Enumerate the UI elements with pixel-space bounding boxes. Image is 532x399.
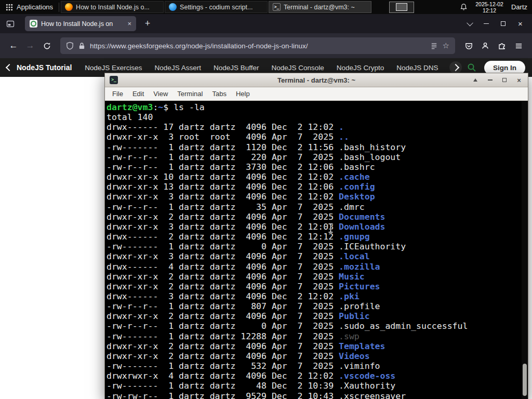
nav-link[interactable]: NodeJS Crypto — [337, 64, 384, 72]
terminal-line: drwxr-xr-x 2 dartz dartz 4096 Apr 7 2025… — [107, 311, 528, 321]
tab-title: How to Install Node.js on — [41, 20, 123, 28]
new-tab-button[interactable]: + — [140, 17, 155, 31]
nav-link[interactable]: NodeJS Assert — [155, 64, 201, 72]
nav-prev-chevron-icon[interactable] — [6, 64, 13, 71]
nav-next-button[interactable] — [449, 61, 462, 74]
terminal-line: -rw-r--r-- 1 dartz dartz 807 Apr 7 2025 … — [107, 301, 528, 311]
back-button[interactable]: ← — [5, 37, 22, 54]
terminal-scrollbar[interactable] — [522, 101, 528, 399]
shield-icon[interactable] — [66, 42, 74, 50]
extensions-puzzle-icon — [498, 42, 506, 50]
clock[interactable]: 2025-12-02 12:12 — [475, 1, 503, 14]
applications-menu[interactable]: Applications — [0, 0, 59, 14]
taskbar-button[interactable]: >_Terminal - dartz@vm3: ~ — [269, 1, 371, 13]
navigation-toolbar: ← → https://www.geeksforgeeks.org/node-j… — [0, 33, 532, 58]
terminal-line: drwxr-xr-x 2 dartz dartz 4096 Apr 7 2025… — [107, 341, 528, 351]
firefox-view-icon[interactable] — [3, 17, 18, 31]
terminal-minimize-button[interactable] — [486, 76, 494, 84]
panel-separator — [59, 3, 59, 12]
browser-close-button[interactable]: × — [512, 17, 529, 31]
maximize-icon — [501, 21, 506, 26]
applications-icon — [6, 4, 13, 11]
terminal-titlebar[interactable]: >_ Terminal - dartz@vm3: ~ × — [105, 73, 528, 87]
tab-favicon-icon — [30, 20, 37, 28]
terminal-line: drwx------ 3 dartz dartz 4096 Dec 2 12:0… — [107, 291, 528, 301]
tab-bar: How to Install Node.js on × + × — [0, 14, 532, 33]
terminal-menubar: FileEditViewTerminalTabsHelp — [105, 87, 528, 101]
terminal-line: -rw------- 1 dartz dartz 12288 Apr 7 202… — [107, 331, 528, 341]
workspace-window-thumbnail — [396, 3, 407, 11]
menu-terminal[interactable]: Terminal — [172, 87, 207, 100]
terminal-maximize-button[interactable] — [500, 76, 509, 84]
nav-link[interactable]: NodeJS DNS — [396, 64, 438, 72]
nav-link-active[interactable]: NodeJS Tutorial — [17, 63, 72, 72]
terminal-line: drwxr-xr-x 3 dartz dartz 4096 Dec 2 12:0… — [107, 222, 528, 232]
panel-status-area: 2025-12-02 12:12 Dartz — [460, 1, 532, 14]
terminal-line: drwxr-xr-x 2 dartz dartz 4096 Apr 7 2025… — [107, 282, 528, 291]
account-icon — [481, 42, 489, 50]
account-button[interactable] — [477, 37, 494, 54]
gfg-nav-links: NodeJS ExercisesNodeJS AssertNodeJS Buff… — [85, 64, 446, 72]
pocket-button[interactable] — [460, 37, 477, 54]
terminal-line: drwxr-xr-x 3 root root 4096 Apr 7 2025 .… — [107, 132, 528, 142]
tab-close-icon[interactable]: × — [126, 20, 131, 28]
maximize-icon — [502, 78, 507, 82]
taskbar-button-label: How to Install Node.js o... — [76, 4, 150, 11]
terminal-close-button[interactable]: × — [515, 76, 523, 84]
taskbar-button-label: Terminal - dartz@vm3: ~ — [284, 4, 355, 11]
taskbar-button[interactable]: Settings - codium script... — [165, 1, 268, 13]
terminal-window: >_ Terminal - dartz@vm3: ~ × FileEditVie… — [104, 73, 528, 399]
url-bar[interactable]: https://www.geeksforgeeks.org/node-js/in… — [60, 37, 455, 54]
terminal-line: drwx------ 4 dartz dartz 4096 Apr 7 2025… — [107, 262, 528, 272]
top-panel: Applications How to Install Node.js o...… — [0, 0, 532, 14]
nav-link[interactable]: NodeJS Exercises — [85, 64, 142, 72]
notification-bell-icon[interactable] — [460, 3, 468, 11]
terminal-line: -rw------- 1 dartz dartz 1120 Dec 2 11:5… — [107, 142, 528, 152]
user-menu[interactable]: Dartz — [511, 3, 527, 11]
terminal-line: -rw-rw-r-- 1 dartz dartz 9529 Dec 2 10:4… — [107, 391, 528, 399]
workspace-switcher[interactable] — [389, 2, 414, 13]
nav-link[interactable]: NodeJS Console — [271, 64, 324, 72]
terminal-line: drwxr-xr-x 13 dartz dartz 4096 Dec 2 12:… — [107, 182, 528, 192]
nav-link[interactable]: NodeJS Buffer — [214, 64, 259, 72]
search-icon[interactable] — [467, 63, 476, 72]
terminal-line: -rw------- 1 dartz dartz 532 Apr 7 2025 … — [107, 361, 528, 371]
terminal-screen[interactable]: dartz@vm3:~$ ls -latotal 140drwx------ 1… — [105, 101, 528, 399]
menu-file[interactable]: File — [108, 87, 128, 100]
forward-button[interactable]: → — [22, 37, 38, 54]
browser-tab[interactable]: How to Install Node.js on × — [25, 16, 136, 31]
terminal-line: -rw-r--r-- 1 dartz dartz 3730 Dec 2 12:0… — [107, 162, 528, 172]
clock-date: 2025-12-02 — [475, 1, 503, 7]
terminal-line: -rw-r--r-- 1 dartz dartz 220 Apr 7 2025 … — [107, 152, 528, 162]
firefox-icon — [65, 3, 73, 11]
terminal-line: drwxr-xr-x 10 dartz dartz 4096 Dec 2 12:… — [107, 172, 528, 182]
extensions-button[interactable] — [494, 37, 510, 54]
reader-mode-icon[interactable] — [430, 42, 438, 50]
terminal-line: drwx------ 17 dartz dartz 4096 Dec 2 12:… — [107, 122, 528, 132]
terminal-line: -rw------- 1 dartz dartz 0 Apr 7 2025 .I… — [107, 242, 528, 251]
menu-button[interactable] — [510, 37, 527, 54]
reload-button[interactable] — [38, 37, 55, 54]
browser-maximize-button[interactable] — [495, 17, 512, 31]
terminal-line: drwxr-xr-x 2 dartz dartz 4096 Apr 7 2025… — [107, 351, 528, 361]
menu-view[interactable]: View — [149, 87, 172, 100]
clock-time: 12:12 — [475, 7, 503, 14]
applications-label: Applications — [17, 3, 53, 11]
terminal-line: total 140 — [107, 112, 528, 122]
terminal-scrollbar-thumb[interactable] — [523, 364, 527, 396]
terminal-line: -rw------- 1 dartz dartz 48 Dec 2 10:39 … — [107, 381, 528, 391]
url-text[interactable]: https://www.geeksforgeeks.org/node-js/in… — [90, 42, 425, 50]
list-all-tabs-button[interactable] — [462, 17, 477, 31]
browser-minimize-button[interactable] — [477, 17, 495, 31]
menu-tabs[interactable]: Tabs — [207, 87, 231, 100]
bookmark-star-icon[interactable]: ☆ — [443, 41, 449, 50]
codium-icon — [169, 3, 177, 11]
terminal-line: -rw-r--r-- 1 dartz dartz 35 Apr 7 2025 .… — [107, 202, 528, 212]
terminal-shade-button[interactable] — [471, 76, 480, 84]
terminal-title: Terminal - dartz@vm3: ~ — [105, 76, 528, 84]
terminal-line: drwx------ 2 dartz dartz 4096 Dec 2 12:1… — [107, 232, 528, 242]
taskbar-button[interactable]: How to Install Node.js o... — [61, 1, 164, 13]
menu-edit[interactable]: Edit — [128, 87, 149, 100]
lock-icon[interactable] — [78, 42, 85, 50]
menu-help[interactable]: Help — [231, 87, 255, 100]
